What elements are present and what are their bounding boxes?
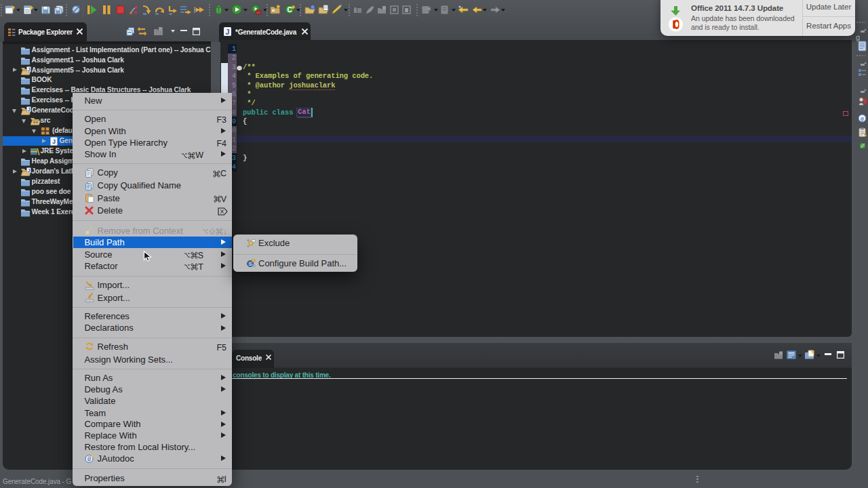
svg-text:J: J (27, 66, 30, 73)
svg-text:@: @ (861, 116, 864, 122)
svg-text:J: J (52, 138, 56, 145)
svg-text:C: C (287, 6, 292, 14)
svg-text:@: @ (87, 456, 91, 463)
svg-text:J: J (27, 106, 30, 113)
svg-text:J: J (27, 167, 30, 174)
svg-text:S: S (249, 262, 252, 266)
